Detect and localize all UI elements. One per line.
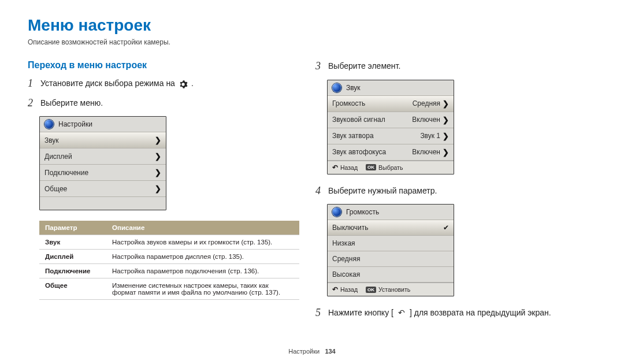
camera-menu-header: Громкость: [328, 205, 454, 220]
chevron-right-icon: ❯: [155, 136, 161, 144]
table-row: Общее Изменение системных настроек камер…: [39, 278, 299, 300]
page-footer: Настройки 134: [0, 348, 624, 355]
page-subtitle: Описание возможностей настройки камеры.: [28, 38, 596, 46]
list-item-value: Включен ❯: [412, 148, 449, 157]
chevron-right-icon: ❯: [155, 168, 161, 177]
step-5-text: Нажмите кнопку [ ↶ ] для возврата на пре…: [328, 307, 551, 317]
list-item[interactable]: Звук затвора Звук 1 ❯: [328, 128, 454, 144]
back-button-icon: ↶: [397, 308, 406, 317]
table-row: Дисплей Настройка параметров дисплея (ст…: [39, 250, 299, 264]
parameters-table: Параметр Описание Звук Настройка звуков …: [39, 221, 299, 300]
page-title: Меню настроек: [28, 16, 596, 35]
chevron-right-icon: ❯: [443, 116, 449, 124]
section-heading: Переход в меню настроек: [28, 60, 299, 70]
dial-icon: [332, 207, 341, 217]
camera-menu-panel-volume: Громкость Выключить ✔ Низкая Средняя Выс…: [327, 204, 454, 296]
chevron-right-icon: ❯: [155, 152, 161, 161]
table-row: Звук Настройка звуков камеры и их громко…: [39, 235, 299, 250]
list-item-value: Звук 1 ❯: [420, 132, 449, 140]
camera-menu-panel-settings: Настройки Звук ❯ Дисплей ❯ Подключение ❯…: [39, 116, 166, 210]
list-item[interactable]: Дисплей ❯: [40, 148, 166, 165]
list-item-value: Включен ❯: [412, 116, 449, 124]
camera-menu-title: Громкость: [346, 208, 379, 216]
gear-icon: [179, 80, 188, 89]
table-header-desc: Описание: [106, 221, 299, 235]
step-number: 2: [28, 97, 35, 110]
list-item[interactable]: Звук ❯: [40, 132, 166, 148]
camera-menu-header: Настройки: [40, 117, 166, 132]
dial-icon: [332, 83, 341, 92]
step-number: 3: [315, 60, 322, 73]
step-2-text: Выберите меню.: [40, 97, 103, 107]
step-number: 1: [28, 77, 35, 90]
back-arrow-icon: ↶: [332, 285, 338, 294]
camera-menu-footer: ↶ Назад OK Выбрать: [328, 161, 454, 174]
chevron-right-icon: ❯: [155, 184, 161, 193]
list-item[interactable]: Высокая: [328, 267, 454, 283]
chevron-right-icon: ❯: [443, 148, 449, 157]
list-item[interactable]: Средняя: [328, 251, 454, 267]
footer-page-number: 134: [325, 348, 335, 355]
ok-badge-icon: OK: [366, 164, 376, 170]
step-number: 4: [315, 185, 322, 198]
step-number: 5: [315, 307, 322, 320]
list-item[interactable]: Низкая: [328, 236, 454, 251]
list-item[interactable]: Звук автофокуса Включен ❯: [328, 144, 454, 161]
camera-menu-panel-sound: Звук Громкость Средняя ❯ Звуковой сигнал…: [327, 80, 454, 174]
camera-menu-title: Настройки: [58, 120, 92, 128]
step-4-text: Выберите нужный параметр.: [328, 185, 437, 195]
step-3-text: Выберите элемент.: [328, 60, 400, 70]
right-column: 3 Выберите элемент. Звук Громкость Средн…: [315, 60, 596, 326]
list-item[interactable]: Подключение ❯: [40, 165, 166, 181]
list-item[interactable]: Общее ❯: [40, 181, 166, 197]
list-item: [40, 197, 166, 210]
step-1-text: Установите диск выбора режима на .: [40, 77, 194, 88]
dial-icon: [44, 120, 54, 129]
footer-section-label: Настройки: [288, 348, 320, 355]
table-row: Подключение Настройка параметров подключ…: [39, 264, 299, 278]
camera-menu-footer: ↶ Назад OK Установить: [328, 283, 454, 296]
check-icon: ✔: [443, 224, 449, 232]
list-item[interactable]: Громкость Средняя ❯: [328, 96, 454, 112]
chevron-right-icon: ❯: [443, 99, 449, 108]
list-item[interactable]: Выключить ✔: [328, 220, 454, 236]
camera-menu-header: Звук: [328, 80, 454, 96]
list-item[interactable]: Звуковой сигнал Включен ❯: [328, 112, 454, 128]
ok-badge-icon: OK: [366, 287, 376, 293]
list-item-value: Средняя ❯: [413, 99, 449, 108]
back-arrow-icon: ↶: [332, 164, 338, 172]
left-column: Переход в меню настроек 1 Установите дис…: [28, 60, 299, 326]
table-header-param: Параметр: [39, 221, 106, 235]
camera-menu-title: Звук: [346, 84, 361, 92]
chevron-right-icon: ❯: [443, 132, 449, 140]
